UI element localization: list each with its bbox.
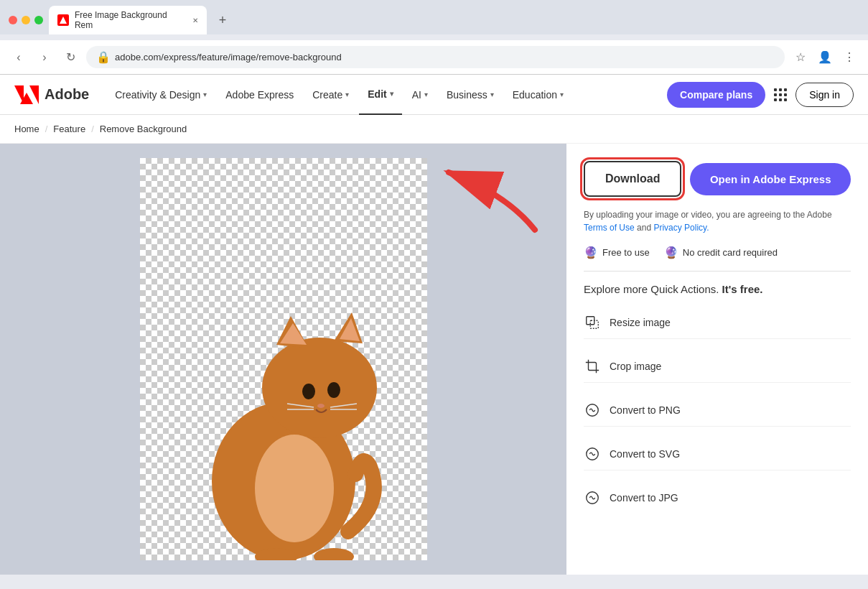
nav-item-business[interactable]: Business ▾ xyxy=(438,75,503,115)
quick-action-resize[interactable]: Resize image xyxy=(584,307,851,339)
sign-in-button[interactable]: Sign in xyxy=(795,83,854,107)
adobe-logo[interactable]: Adobe xyxy=(14,85,89,104)
address-bar[interactable]: 🔒 adobe.com/express/feature/image/remove… xyxy=(86,46,785,68)
bookmark-icon[interactable]: ☆ xyxy=(790,47,811,68)
badges: 🔮 Free to use 🔮 No credit card required xyxy=(584,246,851,259)
breadcrumb: Home / Feature / Remove Background xyxy=(0,115,868,144)
menu-icon[interactable]: ⋮ xyxy=(839,47,859,68)
forward-button[interactable]: › xyxy=(34,47,55,68)
nav-item-creativity[interactable]: Creativity & Design ▾ xyxy=(106,75,215,115)
nav-actions: Compare plans Sign in xyxy=(667,82,854,108)
close-button[interactable] xyxy=(9,16,17,24)
quick-action-crop[interactable]: Crop image xyxy=(584,351,851,383)
adobe-logo-icon xyxy=(14,85,39,104)
convert-png-icon xyxy=(584,402,601,419)
no-credit-card-badge: 🔮 No credit card required xyxy=(664,246,778,259)
open-adobe-express-button[interactable]: Open in Adobe Express xyxy=(690,163,851,195)
svg-label: Convert to SVG xyxy=(610,448,680,460)
chevron-down-icon: ▾ xyxy=(390,90,393,98)
toolbar-icons: ☆ 👤 ⋮ xyxy=(790,47,859,68)
traffic-lights xyxy=(9,16,43,24)
tab-favicon xyxy=(57,14,69,26)
convert-svg-icon xyxy=(584,445,601,463)
svg-point-10 xyxy=(302,384,315,399)
browser-tab[interactable]: Free Image Background Rem ✕ xyxy=(49,6,207,34)
nav-items: Creativity & Design ▾ Adobe Express Crea… xyxy=(106,75,667,115)
checkmark-icon-2: 🔮 xyxy=(664,246,678,259)
browser-chrome: Free Image Background Rem ✕ + xyxy=(0,0,868,34)
chevron-down-icon: ▾ xyxy=(203,91,207,98)
minimize-button[interactable] xyxy=(22,16,30,24)
compare-plans-button[interactable]: Compare plans xyxy=(667,82,765,108)
cat-image xyxy=(176,259,391,560)
resize-icon xyxy=(584,314,601,331)
tab-title: Free Image Background Rem xyxy=(75,10,187,30)
chevron-down-icon: ▾ xyxy=(560,91,564,98)
lock-icon: 🔒 xyxy=(96,50,111,64)
image-panel xyxy=(0,144,566,575)
new-tab-button[interactable]: + xyxy=(213,10,233,30)
tab-close-icon[interactable]: ✕ xyxy=(192,17,198,24)
quick-actions-title: Explore more Quick Actions. It's free. xyxy=(584,283,851,295)
adobe-page: Adobe Creativity & Design ▾ Adobe Expres… xyxy=(0,75,868,575)
resize-label: Resize image xyxy=(610,317,671,328)
svg-point-17 xyxy=(255,435,334,542)
profile-icon[interactable]: 👤 xyxy=(815,47,835,68)
quick-action-png[interactable]: Convert to PNG xyxy=(584,394,851,427)
png-label: Convert to PNG xyxy=(610,404,681,416)
breadcrumb-feature[interactable]: Feature xyxy=(53,124,85,134)
browser-toolbar: ‹ › ↻ 🔒 adobe.com/express/feature/image/… xyxy=(0,40,868,75)
checkmark-icon: 🔮 xyxy=(584,246,598,259)
nav-item-edit[interactable]: Edit ▾ xyxy=(359,75,401,115)
right-panel: Download Open in Adobe Express By upload… xyxy=(566,144,868,575)
chevron-down-icon: ▾ xyxy=(424,91,428,98)
chevron-down-icon: ▾ xyxy=(345,91,349,98)
crop-icon xyxy=(584,358,601,375)
action-buttons: Download Open in Adobe Express xyxy=(584,161,851,197)
maximize-button[interactable] xyxy=(34,16,43,24)
divider xyxy=(584,271,851,272)
svg-point-11 xyxy=(327,382,340,398)
back-button[interactable]: ‹ xyxy=(9,47,29,68)
svg-point-12 xyxy=(317,404,325,408)
svg-point-5 xyxy=(262,338,377,438)
main-content: Download Open in Adobe Express By upload… xyxy=(0,144,868,575)
quick-action-svg[interactable]: Convert to SVG xyxy=(584,438,851,470)
main-nav: Adobe Creativity & Design ▾ Adobe Expres… xyxy=(0,75,868,115)
nav-item-ai[interactable]: AI ▾ xyxy=(403,75,437,115)
breadcrumb-separator: / xyxy=(45,124,48,134)
breadcrumb-home[interactable]: Home xyxy=(14,124,39,134)
jpg-label: Convert to JPG xyxy=(610,492,678,504)
download-button[interactable]: Download xyxy=(584,161,681,197)
url-text: adobe.com/express/feature/image/remove-b… xyxy=(115,52,775,62)
arrow-annotation xyxy=(406,151,549,237)
chevron-down-icon: ▾ xyxy=(490,91,494,98)
nav-item-express[interactable]: Adobe Express xyxy=(217,75,302,115)
breadcrumb-separator-2: / xyxy=(91,124,94,134)
reload-button[interactable]: ↻ xyxy=(60,47,80,68)
convert-jpg-icon xyxy=(584,489,601,506)
breadcrumb-current: Remove Background xyxy=(100,124,187,134)
quick-action-jpg[interactable]: Convert to JPG xyxy=(584,482,851,514)
terms-text: By uploading your image or video, you ar… xyxy=(584,208,851,234)
browser-titlebar: Free Image Background Rem ✕ + xyxy=(9,6,859,34)
image-wrapper xyxy=(140,158,427,560)
adobe-logo-text: Adobe xyxy=(45,86,89,103)
terms-of-use-link[interactable]: Terms of Use xyxy=(584,223,635,233)
crop-label: Crop image xyxy=(610,361,661,372)
nav-item-education[interactable]: Education ▾ xyxy=(504,75,572,115)
svg-point-19 xyxy=(314,548,354,560)
image-container xyxy=(140,158,427,560)
privacy-policy-link[interactable]: Privacy Policy. xyxy=(653,223,709,233)
svg-marker-0 xyxy=(60,17,67,24)
apps-grid-icon[interactable] xyxy=(774,88,787,101)
free-to-use-badge: 🔮 Free to use xyxy=(584,246,650,259)
nav-item-create[interactable]: Create ▾ xyxy=(304,75,358,115)
